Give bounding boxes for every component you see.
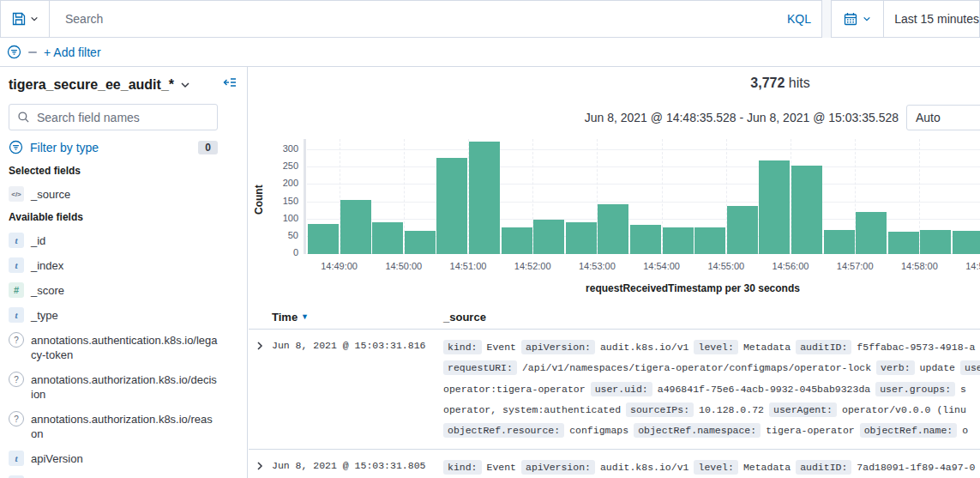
source-field-value: audit.k8s.io/v1 [600, 342, 689, 353]
histogram-bar[interactable] [727, 206, 758, 254]
source-field-value: Event [487, 462, 517, 473]
histogram-bar[interactable] [598, 204, 628, 254]
top-navigation-bar: Search KQL Last 15 minutes [0, 0, 980, 38]
field-item[interactable]: t_type [9, 307, 218, 323]
field-type-icon: ? [9, 372, 24, 387]
interval-select[interactable]: Auto [906, 105, 980, 130]
histogram-bar[interactable] [502, 227, 532, 254]
histogram-bar[interactable] [533, 220, 564, 254]
histogram-bar[interactable] [663, 227, 694, 254]
source-line: kind:EventapiVersion:audit.k8s.io/v1leve… [443, 338, 980, 359]
histogram-bar[interactable] [953, 231, 980, 254]
histogram-bar[interactable] [469, 142, 500, 254]
chevron-down-icon [180, 80, 190, 90]
field-item[interactable]: </>_source [9, 186, 218, 202]
table-row: Jun 8, 2021 @ 15:03:31.816kind:EventapiV… [249, 330, 980, 450]
histogram-bar[interactable] [630, 225, 661, 254]
filter-drag-dash [28, 51, 37, 53]
gridline [307, 184, 980, 185]
histogram-bar[interactable] [436, 158, 467, 254]
x-axis-tick: 14:52:00 [506, 261, 559, 271]
field-name: apiVersion [31, 451, 83, 466]
gridline [307, 202, 980, 203]
source-field-key: userAgent: [769, 402, 837, 417]
field-type-icon: ? [9, 411, 24, 427]
source-field-key: user.uid: [591, 382, 652, 396]
field-name: _type [31, 307, 58, 323]
field-item[interactable]: tapiVersion [9, 451, 218, 466]
search-input[interactable]: Search KQL [50, 1, 821, 37]
histogram-bar[interactable] [791, 166, 822, 254]
hits-label: hits [789, 76, 810, 90]
source-field-key: requestURI: [443, 360, 517, 375]
source-field-value: s [960, 384, 966, 395]
expand-row-icon[interactable] [249, 338, 272, 351]
source-field-key: kind: [443, 340, 482, 354]
saved-query-button[interactable] [1, 1, 50, 37]
histogram-bar[interactable] [372, 222, 403, 254]
y-axis-tick: 100 [254, 213, 298, 223]
histogram-bar[interactable] [566, 222, 597, 254]
table-row: Jun 8, 2021 @ 15:03:31.805kind:EventapiV… [249, 450, 980, 478]
time-range-label[interactable]: Last 15 minutes [884, 1, 979, 37]
source-field-value: f5ffabac-9573-4918-a [857, 342, 975, 353]
histogram-bar[interactable] [340, 200, 371, 254]
source-field-key: auditID: [796, 340, 851, 354]
field-item[interactable]: ?annotations.authorization.k8s.io/decisi… [9, 372, 218, 402]
histogram-bar[interactable] [888, 232, 919, 254]
time-range-display: Jun 8, 2021 @ 14:48:35.528 - Jun 8, 2021… [585, 111, 899, 124]
histogram-bar[interactable] [308, 224, 339, 254]
date-picker-button[interactable] [832, 1, 884, 37]
source-field-value: 7ad18091-1f89-4a97-0 [857, 462, 975, 473]
table-header-row: Time ▼ _source [249, 305, 980, 330]
date-picker-group: Last 15 minutes [831, 0, 980, 38]
source-field-key: kind: [443, 460, 482, 475]
x-axis-tick: 14:57:00 [828, 261, 881, 271]
documents-table: Time ▼ _source Jun 8, 2021 @ 15:03:31.81… [249, 305, 980, 478]
source-line: operator:tigera-operatoruser.uid:a496841… [443, 380, 980, 401]
field-item[interactable]: ?annotations.authorization.k8s.io/reason [9, 411, 218, 441]
index-pattern-selector[interactable]: tigera_secure_ee_audit_* [9, 77, 218, 93]
histogram-bar[interactable] [824, 230, 855, 254]
field-type-icon: t [9, 451, 24, 466]
field-type-icon: # [9, 282, 24, 298]
source-field-key: user.groups: [875, 382, 955, 396]
histogram-bar[interactable] [856, 212, 887, 254]
histogram-bar[interactable] [759, 160, 790, 254]
histogram-bar[interactable] [920, 230, 951, 254]
histogram-chart [307, 139, 980, 254]
row-timestamp: Jun 8, 2021 @ 15:03:31.816 [272, 338, 443, 351]
field-name: _index [31, 257, 63, 273]
source-field-value: a496841f-75e6-4acb-9932-045bab9323da [658, 384, 870, 395]
interval-value: Auto [916, 111, 941, 124]
field-item[interactable]: t_id [9, 233, 218, 248]
time-column-header[interactable]: Time ▼ [272, 311, 443, 324]
field-type-icon: </> [9, 186, 24, 202]
sort-desc-icon[interactable]: ▼ [301, 312, 309, 321]
field-search-input[interactable]: Search field names [9, 104, 218, 130]
field-item[interactable]: ?annotations.authentication.k8s.io/legac… [9, 332, 218, 362]
histogram-bar[interactable] [405, 231, 436, 254]
filter-by-type-button[interactable]: Filter by type [30, 141, 99, 154]
field-search-placeholder: Search field names [37, 111, 140, 124]
add-filter-button[interactable]: + Add filter [44, 45, 101, 59]
histogram-bar[interactable] [694, 227, 725, 254]
filter-icon[interactable] [7, 45, 21, 59]
field-type-icon: t [9, 233, 24, 248]
field-item[interactable]: #_score [9, 282, 218, 298]
kql-button[interactable]: KQL [787, 12, 811, 26]
row-source: kind:EventapiVersion:audit.k8s.io/v1leve… [443, 338, 980, 442]
field-name: _id [31, 233, 45, 248]
x-axis-tick: 14:53:00 [570, 261, 623, 271]
expand-row-icon[interactable] [249, 458, 272, 471]
field-name: _source [31, 186, 70, 202]
field-type-icon: ? [9, 332, 24, 348]
source-field-value: operator/v0.0.0 (linu [842, 404, 966, 415]
source-field-key: objectRef.name: [860, 423, 958, 438]
source-line: operator, system:authenticatedsourceIPs:… [443, 401, 980, 421]
source-field-key: level: [694, 460, 737, 475]
selected-fields-heading: Selected fields [9, 165, 218, 177]
source-line: kind:EventapiVersion:audit.k8s.io/v1leve… [443, 458, 980, 478]
field-item[interactable]: t_index [9, 257, 218, 273]
collapse-sidebar-icon[interactable] [223, 76, 237, 89]
